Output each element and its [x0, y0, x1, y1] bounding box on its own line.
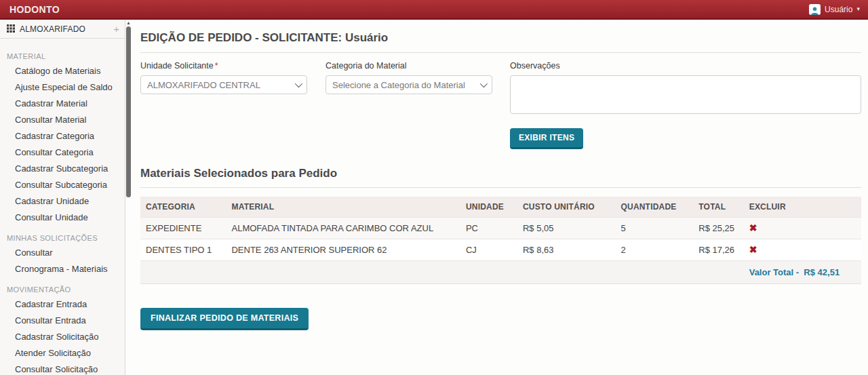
sidebar-item-consultar-material[interactable]: Consultar Material	[0, 112, 125, 128]
table-footer-row: Valor Total - R$ 42,51	[140, 261, 861, 284]
cell-quantidade: 5	[615, 218, 693, 239]
top-navbar: HODONTO Usuário ▾	[0, 0, 868, 20]
app-brand: HODONTO	[9, 4, 60, 15]
caret-down-icon: ▾	[856, 6, 860, 12]
sidebar-item-cadastrar-subcategoria[interactable]: Cadastrar Subcategoria	[0, 161, 125, 177]
sidebar-item-consultar-subcategoria[interactable]: Consultar Subcategoria	[0, 177, 125, 193]
required-asterisk: *	[215, 61, 218, 71]
sidebar-item-cronograma-materiais[interactable]: Cronograma - Materiais	[0, 261, 125, 277]
cell-total: R$ 17,26	[693, 239, 743, 261]
cell-quantidade: 2	[615, 239, 693, 261]
sidebar-item-consultar[interactable]: Consultar	[0, 245, 125, 261]
category-select[interactable]: Selecione a Categoria do Material	[326, 75, 492, 94]
page-title: EDIÇÃO DE PEDIDO - SOLICITANTE: Usuário	[140, 31, 861, 53]
sidebar-section-material: MATERIAL	[0, 52, 125, 63]
selected-materials-title: Materiais Selecionados para Pedido	[140, 167, 861, 188]
cell-categoria: DENTES TIPO 1	[140, 239, 226, 261]
table-row: DENTES TIPO 1 DENTE 263 ANTERIOR SUPERIO…	[140, 239, 861, 261]
delete-row-icon[interactable]: ✖	[749, 222, 757, 233]
col-header-material: MATERIAL	[226, 197, 460, 218]
cell-categoria: EXPEDIENTE	[140, 218, 226, 239]
col-header-custo-unitario: CUSTO UNITÁRIO	[517, 197, 616, 218]
user-icon	[809, 4, 821, 15]
sidebar-item-consultar-unidade[interactable]: Consultar Unidade	[0, 210, 125, 226]
sidebar-section-movimentacao: MOVIMENTAÇÃO	[0, 285, 125, 296]
sidebar-header[interactable]: ALMOXARIFADO +	[0, 20, 125, 39]
table-row: EXPEDIENTE ALMOFADA TINTADA PARA CARIMBO…	[140, 218, 861, 239]
sidebar-scrollbar[interactable]: ▲	[125, 20, 132, 375]
grand-total-value: R$ 42,51	[804, 267, 840, 277]
unit-select-value: ALMOXARIFADO CENTRAL	[147, 80, 260, 90]
sidebar-item-cadastrar-categoria[interactable]: Cadastrar Categoria	[0, 128, 125, 144]
sidebar-item-catalogo-de-materiais[interactable]: Catálogo de Materiais	[0, 63, 125, 79]
col-header-unidade: UNIDADE	[460, 197, 517, 218]
sidebar-item-cadastrar-unidade[interactable]: Cadastrar Unidade	[0, 193, 125, 210]
table-header-row: CATEGORIA MATERIAL UNIDADE CUSTO UNITÁRI…	[140, 197, 861, 218]
delete-row-icon[interactable]: ✖	[749, 244, 757, 255]
user-menu[interactable]: Usuário ▾	[809, 4, 860, 15]
unit-select[interactable]: ALMOXARIFADO CENTRAL	[140, 75, 307, 94]
cell-custo: R$ 8,63	[517, 239, 616, 261]
sidebar-item-cadastrar-material[interactable]: Cadastrar Material	[0, 96, 125, 112]
cell-material: DENTE 263 ANTERIOR SUPERIOR 62	[226, 239, 460, 261]
sidebar-item-cadastrar-entrada[interactable]: Cadastrar Entrada	[0, 296, 125, 313]
sidebar-item-ajuste-especial-de-saldo[interactable]: Ajuste Especial de Saldo	[0, 79, 125, 96]
cell-unidade: CJ	[460, 239, 517, 261]
sidebar-item-atender-solicitacao[interactable]: Atender Solicitação	[0, 345, 125, 361]
observations-label: Observações	[510, 61, 861, 71]
col-header-categoria: CATEGORIA	[140, 197, 226, 218]
category-select-value: Selecione a Categoria do Material	[332, 80, 465, 90]
show-items-button[interactable]: EXIBIR ITENS	[510, 128, 583, 149]
sidebar: ALMOXARIFADO + MATERIAL Catálogo de Mate…	[0, 20, 125, 375]
main-content: EDIÇÃO DE PEDIDO - SOLICITANTE: Usuário …	[132, 20, 868, 375]
chevron-down-icon	[480, 80, 488, 87]
sidebar-title: ALMOXARIFADO	[20, 24, 108, 34]
order-form: Unidade Solicitante* ALMOXARIFADO CENTRA…	[140, 61, 861, 149]
col-header-total: TOTAL	[693, 197, 743, 218]
user-label: Usuário	[825, 5, 852, 14]
cell-custo: R$ 5,05	[517, 218, 616, 239]
plus-icon[interactable]: +	[113, 24, 119, 34]
unit-label: Unidade Solicitante*	[140, 61, 307, 71]
scroll-up-arrow-icon[interactable]: ▲	[125, 20, 132, 25]
sidebar-item-consultar-solicitacao[interactable]: Consultar Solicitação	[0, 361, 125, 375]
finish-order-button[interactable]: FINALIZAR PEDIDO DE MATERIAIS	[140, 308, 309, 330]
sidebar-item-cadastrar-solicitacao[interactable]: Cadastrar Solicitação	[0, 329, 125, 345]
grid-icon	[7, 23, 15, 35]
grand-total-label: Valor Total -	[749, 267, 799, 277]
sidebar-section-minhas-solicitacoes: MINHAS SOLICITAÇÕES	[0, 234, 125, 245]
sidebar-scrollbar-thumb[interactable]	[126, 26, 131, 197]
col-header-excluir: EXCLUIR	[744, 197, 861, 218]
grand-total: Valor Total - R$ 42,51	[749, 267, 840, 277]
col-header-quantidade: QUANTIDADE	[615, 197, 693, 218]
chevron-down-icon	[295, 80, 302, 87]
cell-material: ALMOFADA TINTADA PARA CARIMBO COR AZUL	[226, 218, 460, 239]
cell-total: R$ 25,25	[693, 218, 743, 239]
materials-table: CATEGORIA MATERIAL UNIDADE CUSTO UNITÁRI…	[140, 197, 861, 284]
category-label: Categoria do Material	[326, 61, 492, 71]
observations-textarea[interactable]	[510, 75, 861, 114]
sidebar-item-consultar-entrada[interactable]: Consultar Entrada	[0, 313, 125, 329]
sidebar-item-consultar-categoria[interactable]: Consultar Categoria	[0, 144, 125, 161]
cell-unidade: PC	[460, 218, 517, 239]
